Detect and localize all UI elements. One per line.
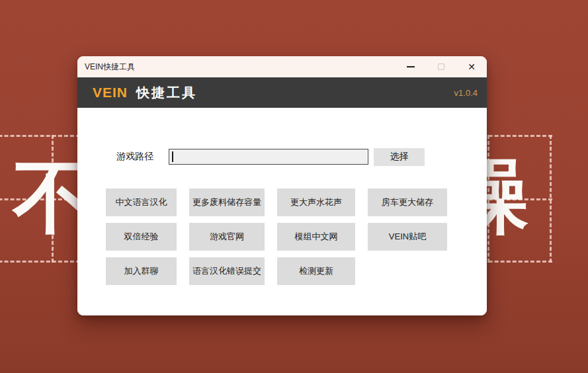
button-more-scrap-storage[interactable]: 更多废料储存容量 [189, 188, 265, 216]
close-button[interactable]: ✕ [456, 56, 487, 77]
button-game-official-site[interactable]: 游戏官网 [189, 223, 265, 251]
button-submit-translation-error[interactable]: 语言汉化错误提交 [189, 257, 265, 285]
titlebar: VEIN快捷工具 ✕ [77, 56, 487, 77]
window-body: 游戏路径 选择 中文语言汉化 更多废料储存容量 更大声水花声 房车更大储存 双倍… [77, 108, 487, 315]
button-check-update[interactable]: 检测更新 [277, 257, 355, 285]
action-button-grid: 中文语言汉化 更多废料储存容量 更大声水花声 房车更大储存 双倍经验 游戏官网 … [106, 188, 447, 285]
app-header: VEIN 快捷工具 v1.0.4 [77, 77, 487, 108]
select-path-button[interactable]: 选择 [374, 148, 425, 166]
button-join-group-chat[interactable]: 加入群聊 [106, 257, 177, 285]
minimize-button[interactable] [396, 56, 426, 77]
maximize-icon [438, 63, 444, 70]
desktop: { "background": { "char_left": "不", "cha… [0, 0, 588, 373]
game-path-row: 游戏路径 选择 [116, 147, 425, 167]
app-window: VEIN快捷工具 ✕ VEIN 快捷工具 v1.0.4 游戏路径 选择 中文语言… [77, 56, 487, 315]
game-path-input[interactable] [169, 149, 368, 165]
button-chinese-localization[interactable]: 中文语言汉化 [106, 188, 177, 216]
minimize-icon [407, 66, 415, 67]
window-title: VEIN快捷工具 [77, 62, 396, 73]
game-path-input-wrap [169, 149, 368, 165]
button-louder-splash[interactable]: 更大声水花声 [277, 188, 355, 216]
text-caret [172, 151, 173, 162]
game-path-label: 游戏路径 [116, 151, 153, 163]
brand-logo: VEIN [93, 85, 128, 101]
button-rv-bigger-storage[interactable]: 房车更大储存 [368, 188, 447, 216]
button-vein-tieba[interactable]: VEIN贴吧 [368, 223, 447, 251]
close-icon: ✕ [468, 62, 476, 71]
button-double-xp[interactable]: 双倍经验 [106, 223, 177, 251]
maximize-button [426, 56, 456, 77]
button-mod-chinese-site[interactable]: 模组中文网 [277, 223, 355, 251]
grid-line-vertical-right-border [550, 135, 552, 263]
version-label: v1.0.4 [454, 88, 478, 98]
app-title: 快捷工具 [136, 84, 197, 102]
